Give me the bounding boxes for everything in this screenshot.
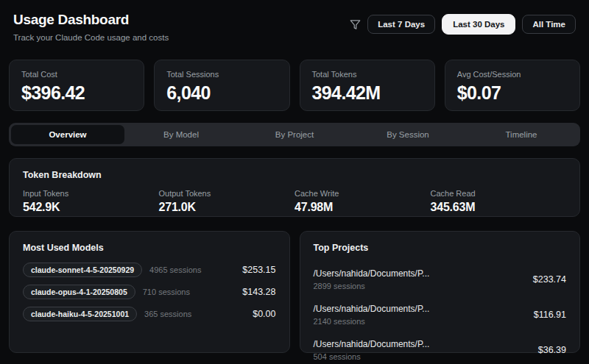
- filter-funnel-icon[interactable]: [350, 19, 361, 30]
- project-path: /Users/nahida/Documents/P...: [314, 339, 430, 349]
- project-session-count: 2899 sessions: [314, 282, 430, 290]
- token-breakdown-title: Token Breakdown: [23, 170, 566, 180]
- stat-card-total-sessions: Total Sessions 6,040: [154, 60, 289, 111]
- project-path: /Users/nahida/Documents/P...: [314, 268, 430, 279]
- project-row-left: /Users/nahida/Documents/P... 2899 sessio…: [314, 268, 430, 290]
- token-stat-cache-read: Cache Read 345.63M: [431, 189, 567, 214]
- tab-overview[interactable]: Overview: [11, 125, 124, 144]
- token-value: 271.0K: [159, 201, 295, 214]
- model-rows: claude-sonnet-4-5-20250929 4965 sessions…: [23, 263, 276, 321]
- project-session-count: 504 sessions: [314, 352, 430, 361]
- date-range-controls: Last 7 Days Last 30 Days All Time: [350, 14, 576, 35]
- model-name-badge: claude-haiku-4-5-20251001: [23, 307, 137, 321]
- model-name-badge: claude-opus-4-1-20250805: [23, 285, 135, 299]
- view-tabs: Overview By Model By Project By Session …: [9, 123, 580, 146]
- model-row: claude-opus-4-1-20250805 710 sessions $1…: [23, 285, 276, 299]
- model-row: claude-sonnet-4-5-20250929 4965 sessions…: [23, 263, 276, 277]
- token-label: Output Tokens: [159, 189, 295, 198]
- page-subtitle: Track your Claude Code usage and costs: [13, 33, 169, 42]
- token-value: 345.63M: [431, 201, 567, 214]
- token-stat-output: Output Tokens 271.0K: [159, 189, 295, 214]
- top-projects-title: Top Projects: [314, 243, 567, 253]
- stat-value: 6,040: [166, 82, 277, 104]
- token-label: Cache Read: [431, 189, 567, 198]
- project-row: /Users/nahida/Documents/P... 2899 sessio…: [314, 262, 567, 297]
- project-session-count: 2140 sessions: [314, 317, 430, 326]
- stat-value: $396.42: [21, 82, 132, 104]
- model-name-badge: claude-sonnet-4-5-20250929: [23, 263, 142, 277]
- token-label: Cache Write: [294, 189, 431, 198]
- tab-by-session[interactable]: By Session: [351, 125, 465, 144]
- stat-card-total-cost: Total Cost $396.42: [9, 60, 144, 111]
- most-used-models-card: Most Used Models claude-sonnet-4-5-20250…: [9, 231, 290, 353]
- tab-timeline[interactable]: Timeline: [465, 125, 578, 144]
- token-value: 542.9K: [23, 201, 159, 214]
- model-cost: $143.28: [242, 287, 275, 297]
- page-title: Usage Dashboard: [13, 12, 169, 28]
- range-button-all-time[interactable]: All Time: [522, 15, 576, 34]
- model-row: claude-haiku-4-5-20251001 365 sessions $…: [23, 307, 276, 321]
- model-cost: $0.00: [253, 309, 275, 319]
- model-cost: $253.15: [242, 265, 275, 275]
- token-value: 47.98M: [294, 201, 431, 214]
- token-breakdown-card: Token Breakdown Input Tokens 542.9K Outp…: [9, 158, 580, 217]
- model-row-left: claude-sonnet-4-5-20250929 4965 sessions: [23, 263, 201, 277]
- header-text: Usage Dashboard Track your Claude Code u…: [13, 12, 169, 42]
- project-path: /Users/nahida/Documents/P...: [314, 304, 430, 314]
- header: Usage Dashboard Track your Claude Code u…: [9, 9, 580, 42]
- token-stat-cache-write: Cache Write 47.98M: [294, 189, 431, 214]
- stats-row: Total Cost $396.42 Total Sessions 6,040 …: [9, 60, 580, 111]
- most-used-models-title: Most Used Models: [23, 243, 276, 253]
- stat-label: Total Cost: [21, 70, 132, 79]
- token-stat-input: Input Tokens 542.9K: [23, 189, 159, 214]
- stat-label: Avg Cost/Session: [457, 70, 568, 79]
- project-cost: $116.91: [534, 310, 566, 320]
- project-cost: $233.74: [533, 274, 566, 285]
- model-row-left: claude-opus-4-1-20250805 710 sessions: [23, 285, 190, 299]
- model-session-count: 4965 sessions: [149, 265, 201, 274]
- project-cost: $36.39: [538, 345, 566, 355]
- stat-card-total-tokens: Total Tokens 394.42M: [300, 60, 435, 111]
- bottom-row: Most Used Models claude-sonnet-4-5-20250…: [9, 231, 580, 353]
- project-row: /Users/nahida/Documents/P... 504 session…: [314, 332, 567, 364]
- range-button-last-7-days[interactable]: Last 7 Days: [367, 15, 435, 34]
- range-button-last-30-days[interactable]: Last 30 Days: [442, 14, 515, 35]
- model-session-count: 710 sessions: [143, 288, 190, 296]
- stat-card-avg-cost-session: Avg Cost/Session $0.07: [445, 60, 580, 111]
- model-row-left: claude-haiku-4-5-20251001 365 sessions: [23, 307, 191, 321]
- stat-label: Total Tokens: [312, 70, 423, 79]
- stat-label: Total Sessions: [166, 70, 277, 79]
- top-projects-card: Top Projects /Users/nahida/Documents/P..…: [300, 231, 581, 353]
- tab-by-model[interactable]: By Model: [124, 125, 238, 144]
- stat-value: 394.42M: [312, 82, 423, 104]
- stat-value: $0.07: [457, 82, 568, 104]
- token-label: Input Tokens: [23, 189, 159, 198]
- model-session-count: 365 sessions: [144, 310, 191, 318]
- usage-dashboard-page: Usage Dashboard Track your Claude Code u…: [0, 0, 589, 353]
- project-row: /Users/nahida/Documents/P... 2140 sessio…: [314, 297, 567, 332]
- token-breakdown-grid: Input Tokens 542.9K Output Tokens 271.0K…: [23, 189, 566, 214]
- project-row-left: /Users/nahida/Documents/P... 2140 sessio…: [314, 304, 430, 326]
- tab-by-project[interactable]: By Project: [238, 125, 351, 144]
- project-row-left: /Users/nahida/Documents/P... 504 session…: [314, 339, 430, 361]
- project-rows: /Users/nahida/Documents/P... 2899 sessio…: [314, 262, 567, 364]
